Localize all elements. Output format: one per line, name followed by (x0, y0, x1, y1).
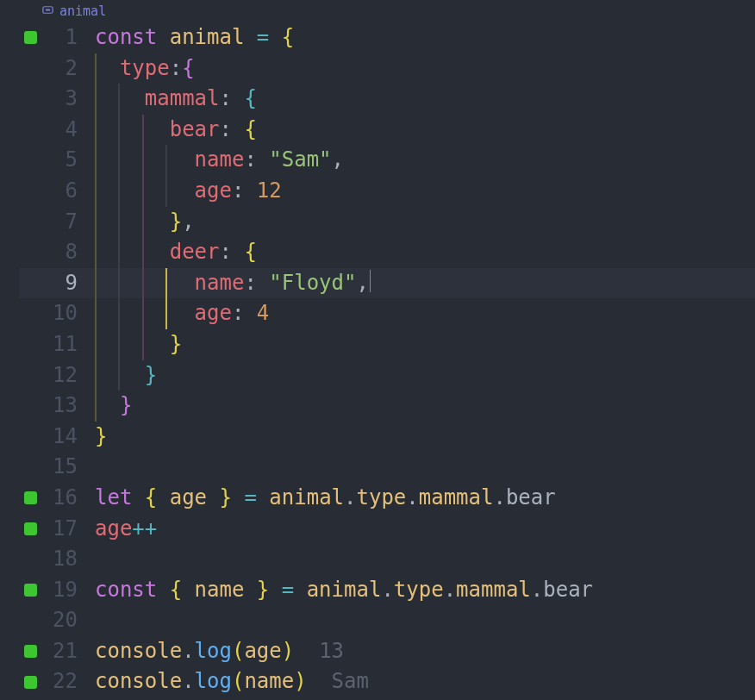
line-content[interactable]: bear: { (95, 115, 755, 146)
code-line[interactable]: 2 type:{ (0, 53, 755, 84)
code-line[interactable]: 17age++ (0, 514, 755, 545)
line-content[interactable]: deer: { (95, 237, 755, 268)
gutter-marker[interactable] (19, 666, 47, 697)
gutter-marker[interactable] (19, 329, 47, 360)
code-line[interactable]: 22console.log(name) Sam (0, 666, 755, 697)
line-number[interactable]: 5 (47, 145, 95, 176)
code-line[interactable]: 13 } (0, 391, 755, 422)
code-line[interactable]: 16let { age } = animal.type.mammal.bear (0, 483, 755, 514)
line-number[interactable]: 11 (47, 329, 95, 360)
indent-guide (118, 360, 120, 391)
gutter-marker[interactable] (19, 298, 47, 329)
line-content[interactable]: type:{ (95, 53, 755, 84)
code-line[interactable]: 19const { name } = animal.type.mammal.be… (0, 575, 755, 606)
gutter-marker[interactable] (19, 115, 47, 146)
line-content[interactable]: } (95, 360, 755, 391)
code-line[interactable]: 4 bear: { (0, 115, 755, 146)
code-line[interactable]: 20 (0, 605, 755, 636)
line-content[interactable]: console.log(name) Sam (95, 666, 755, 697)
line-content[interactable]: name: "Floyd", (95, 268, 755, 299)
line-content[interactable]: age: 4 (95, 298, 755, 329)
line-number[interactable]: 13 (47, 391, 95, 422)
code-line[interactable]: 8 deer: { (0, 237, 755, 268)
code-area[interactable]: 1const animal = {2 type:{3 mammal: {4 be… (0, 22, 755, 697)
breadcrumb[interactable]: animal (0, 0, 755, 22)
line-number[interactable]: 16 (47, 483, 95, 514)
line-number[interactable]: 19 (47, 575, 95, 606)
code-line[interactable]: 18 (0, 544, 755, 575)
line-number[interactable]: 15 (47, 452, 95, 483)
code-line[interactable]: 3 mammal: { (0, 84, 755, 115)
gutter-marker[interactable] (19, 391, 47, 422)
indent-guide (95, 268, 97, 299)
line-number[interactable]: 9 (47, 268, 95, 299)
line-content[interactable]: let { age } = animal.type.mammal.bear (95, 483, 755, 514)
gutter-marker[interactable] (19, 53, 47, 84)
line-number[interactable]: 1 (47, 22, 95, 53)
code-line[interactable]: 7 }, (0, 207, 755, 238)
line-number[interactable]: 7 (47, 207, 95, 238)
gutter-marker[interactable] (19, 268, 47, 299)
gutter-marker[interactable] (19, 22, 47, 53)
line-content[interactable] (95, 452, 755, 483)
gutter-marker[interactable] (19, 514, 47, 545)
line-number[interactable]: 2 (47, 53, 95, 84)
line-number[interactable]: 4 (47, 115, 95, 146)
gutter-marker[interactable] (19, 176, 47, 207)
code-line[interactable]: 5 name: "Sam", (0, 145, 755, 176)
gutter-marker[interactable] (19, 237, 47, 268)
gutter-marker[interactable] (19, 544, 47, 575)
gutter-marker[interactable] (19, 84, 47, 115)
line-number[interactable]: 14 (47, 422, 95, 453)
indent-guide (142, 329, 144, 360)
gutter-marker[interactable] (19, 360, 47, 391)
line-content[interactable] (95, 544, 755, 575)
code-line[interactable]: 15 (0, 452, 755, 483)
indent-guide (118, 145, 120, 176)
code-line[interactable]: 11 } (0, 329, 755, 360)
line-content[interactable]: console.log(age) 13 (95, 636, 755, 667)
indent-guide (165, 176, 167, 207)
gutter-marker[interactable] (19, 605, 47, 636)
gutter-marker[interactable] (19, 575, 47, 606)
line-content[interactable]: name: "Sam", (95, 145, 755, 176)
indent-guide (95, 391, 97, 422)
line-number[interactable]: 21 (47, 636, 95, 667)
gutter-marker[interactable] (19, 636, 47, 667)
gutter-marker[interactable] (19, 422, 47, 453)
code-line[interactable]: 10 age: 4 (0, 298, 755, 329)
code-line[interactable]: 14} (0, 422, 755, 453)
line-content[interactable] (95, 605, 755, 636)
line-content[interactable]: const animal = { (95, 22, 755, 53)
line-content[interactable]: const { name } = animal.type.mammal.bear (95, 575, 755, 606)
gutter-marker[interactable] (19, 452, 47, 483)
line-number[interactable]: 20 (47, 605, 95, 636)
code-line[interactable]: 9 name: "Floyd", (0, 268, 755, 299)
line-number[interactable]: 3 (47, 84, 95, 115)
line-number[interactable]: 10 (47, 298, 95, 329)
line-content[interactable]: age++ (95, 514, 755, 545)
code-line[interactable]: 1const animal = { (0, 22, 755, 53)
code-line[interactable]: 6 age: 12 (0, 176, 755, 207)
line-content[interactable]: } (95, 422, 755, 453)
line-content[interactable]: age: 12 (95, 176, 755, 207)
line-number[interactable]: 12 (47, 360, 95, 391)
line-content[interactable]: } (95, 391, 755, 422)
gutter-marker[interactable] (19, 207, 47, 238)
line-number[interactable]: 8 (47, 237, 95, 268)
gutter-marker[interactable] (19, 483, 47, 514)
gutter-marker[interactable] (19, 145, 47, 176)
line-number[interactable]: 6 (47, 176, 95, 207)
line-number[interactable]: 22 (47, 666, 95, 697)
indent-guide (165, 145, 167, 176)
code-line[interactable]: 21console.log(age) 13 (0, 636, 755, 667)
line-content[interactable]: mammal: { (95, 84, 755, 115)
indent-guide (95, 237, 97, 268)
line-content[interactable]: } (95, 329, 755, 360)
code-line[interactable]: 12 } (0, 360, 755, 391)
line-number[interactable]: 18 (47, 544, 95, 575)
line-number[interactable]: 17 (47, 514, 95, 545)
indent-guide (142, 207, 144, 238)
indent-guide (118, 268, 120, 299)
line-content[interactable]: }, (95, 207, 755, 238)
